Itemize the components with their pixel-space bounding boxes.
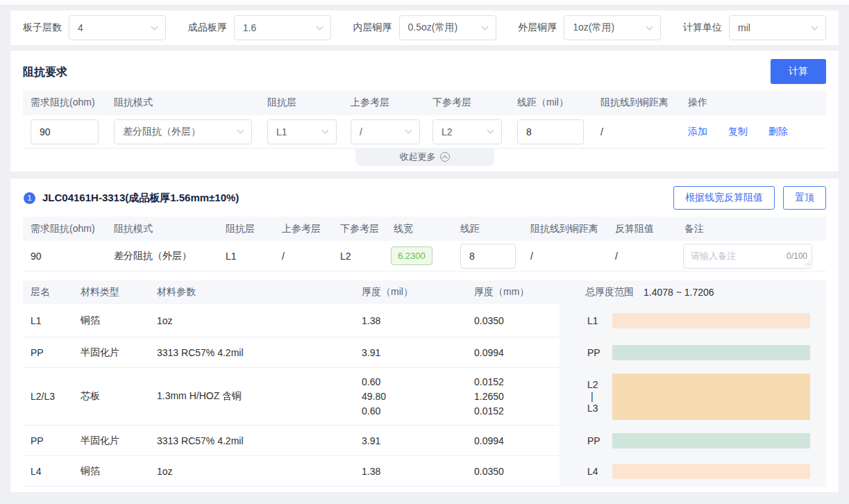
impedance-layer-value: L1 — [218, 251, 274, 262]
spacing-input[interactable] — [517, 119, 584, 144]
field-board-thickness: 成品板厚 1.6 — [188, 15, 331, 40]
header-remark: 备注 — [677, 223, 826, 235]
result-index-badge: 1 — [24, 192, 35, 204]
requirements-title: 阻抗要求 — [23, 51, 826, 80]
chevron-down-icon — [487, 127, 494, 134]
lower-ref-select[interactable]: L2 — [432, 119, 502, 144]
header-copper-distance: 阻抗线到铜距离 — [593, 96, 680, 109]
calc-unit-label: 计算单位 — [683, 22, 722, 34]
prepreg-layer-bar — [612, 345, 810, 360]
reverse-calc-button[interactable]: 根据线宽反算阻值 — [673, 186, 775, 210]
upper-ref-select[interactable]: / — [351, 119, 420, 144]
impedance-input[interactable] — [31, 119, 99, 144]
material-type: 铜箔 — [73, 465, 149, 478]
board-layers-value: 4 — [78, 22, 83, 33]
header-material-param: 材料参数 — [149, 286, 354, 299]
material-param: 1oz — [149, 466, 354, 477]
viz-layer-label: PP — [587, 435, 612, 446]
viz-row-core: L2 | L3 — [560, 368, 826, 426]
copper-distance-value: / — [523, 251, 607, 262]
header-copper-distance: 阻抗线到铜距离 — [523, 223, 607, 235]
remark-textarea[interactable]: 请输入备注 0/100 — [683, 244, 812, 269]
header-line-width: 线宽 — [386, 223, 453, 235]
copper-layer-bar — [612, 313, 810, 328]
outer-copper-label: 外层铜厚 — [518, 22, 557, 34]
outer-copper-select[interactable]: 1oz(常用) — [564, 15, 661, 40]
collapse-up-icon — [440, 152, 450, 162]
material-type: 半固化片 — [73, 435, 149, 447]
calc-unit-select[interactable]: mil — [729, 15, 826, 40]
viz-row-pp-bottom: PP — [560, 426, 826, 456]
viz-row-l4: L4 — [560, 456, 826, 487]
copy-row-link[interactable]: 复制 — [728, 126, 748, 137]
delete-row-link[interactable]: 删除 — [768, 126, 788, 137]
table-row: L1 铜箔 1oz 1.38 0.0350 — [23, 304, 560, 337]
thickness-mm: 0.0152 1.2650 0.0152 — [466, 376, 560, 418]
header-impedance-mode: 阻抗模式 — [106, 223, 218, 235]
stackup-rows: L1 铜箔 1oz 1.38 0.0350 PP 半固化片 3313 RC57%… — [23, 304, 560, 487]
chevron-down-icon — [322, 127, 329, 134]
pin-top-button[interactable]: 置顶 — [783, 186, 826, 210]
impedance-mode-select[interactable]: 差分阻抗（外层） — [114, 119, 252, 144]
layer-name: L4 — [23, 466, 73, 477]
inner-copper-value: 0.5oz(常用) — [408, 22, 458, 34]
copper-layer-bar — [612, 464, 810, 479]
resize-grip-icon — [805, 261, 810, 267]
viz-core-divider: | — [587, 391, 612, 403]
thickness-mm-line: 1.2650 — [474, 390, 560, 403]
viz-row-pp-top: PP — [560, 337, 826, 368]
material-param: 1oz — [149, 315, 354, 326]
result-table-header: 需求阻抗(ohm) 阻抗模式 阻抗层 上参考层 下参考层 线宽 线距 阻抗线到铜… — [23, 217, 826, 241]
calc-unit-value: mil — [738, 22, 750, 33]
field-outer-copper: 外层铜厚 1oz(常用) — [518, 15, 661, 40]
header-actions: 操作 — [680, 96, 826, 109]
result-row: 90 差分阻抗（外层） L1 / L2 6.2300 / / 请输入备注 0/1… — [23, 241, 826, 271]
board-thickness-select[interactable]: 1.6 — [234, 15, 331, 40]
header-required-impedance: 需求阻抗(ohm) — [23, 223, 106, 235]
table-row: L2/L3 芯板 1.3mm H/HOZ 含铜 0.60 49.80 0.60 … — [23, 368, 560, 426]
impedance-mode-value: 差分阻抗（外层） — [123, 126, 201, 138]
header-lower-ref-layer: 下参考层 — [425, 96, 510, 109]
impedance-value: 90 — [23, 251, 106, 262]
layer-name: PP — [23, 435, 73, 446]
remark-placeholder: 请输入备注 — [691, 250, 736, 262]
impedance-layer-select[interactable]: L1 — [267, 119, 337, 144]
board-layers-label: 板子层数 — [23, 22, 62, 34]
thickness-mm: 0.0350 — [466, 315, 560, 326]
header-impedance-layer: 阻抗层 — [260, 96, 343, 109]
material-param: 3313 RC57% 4.2mil — [149, 347, 354, 358]
chevron-down-icon — [481, 23, 488, 30]
thickness-mil: 3.91 — [354, 347, 466, 358]
table-row: L4 铜箔 1oz 1.38 0.0350 — [23, 456, 560, 487]
add-row-link[interactable]: 添加 — [688, 126, 707, 137]
chevron-down-icon — [405, 127, 412, 134]
field-board-layers: 板子层数 4 — [23, 15, 166, 40]
calculate-button[interactable]: 计算 — [771, 59, 826, 84]
header-required-impedance: 需求阻抗(ohm) — [23, 96, 106, 109]
thickness-mil-line: 0.60 — [362, 405, 466, 418]
chevron-down-icon — [316, 23, 323, 30]
impedance-mode-value: 差分阻抗（外层） — [106, 250, 218, 262]
line-width-badge: 6.2300 — [391, 246, 432, 265]
inner-copper-select[interactable]: 0.5oz(常用) — [399, 15, 496, 40]
layer-name: L1 — [23, 315, 73, 326]
layer-name: L2/L3 — [23, 391, 73, 402]
viz-layer-label: L1 — [587, 315, 612, 326]
viz-core-bottom-label: L3 — [587, 403, 612, 414]
thickness-mm-line: 0.0152 — [474, 376, 560, 389]
header-thickness-mil: 厚度（mil） — [354, 286, 466, 299]
result-title: JLC04161H-3313(成品板厚1.56mm±10%) — [42, 192, 665, 205]
thickness-mm: 0.0350 — [466, 466, 560, 477]
header-impedance-mode: 阻抗模式 — [106, 96, 260, 109]
impedance-requirements-panel: 阻抗要求 计算 需求阻抗(ohm) 阻抗模式 阻抗层 上参考层 下参考层 线距（… — [10, 50, 839, 172]
thickness-mm: 0.0994 — [466, 435, 560, 446]
material-param: 1.3mm H/HOZ 含铜 — [149, 390, 354, 403]
collapse-more-button[interactable]: 收起更多 — [355, 148, 494, 166]
stackup-table: 层名 材料类型 材料参数 厚度（mil） 厚度（mm） 总厚度范围 1.4078… — [23, 280, 826, 487]
requirements-table-header: 需求阻抗(ohm) 阻抗模式 阻抗层 上参考层 下参考层 线距（mil） 阻抗线… — [23, 90, 826, 115]
board-layers-select[interactable]: 4 — [69, 15, 166, 40]
spacing-input[interactable] — [460, 244, 516, 269]
field-calc-unit: 计算单位 mil — [683, 15, 826, 40]
viz-layer-label: PP — [587, 347, 612, 358]
total-thickness-label: 总厚度范围 — [585, 286, 634, 299]
